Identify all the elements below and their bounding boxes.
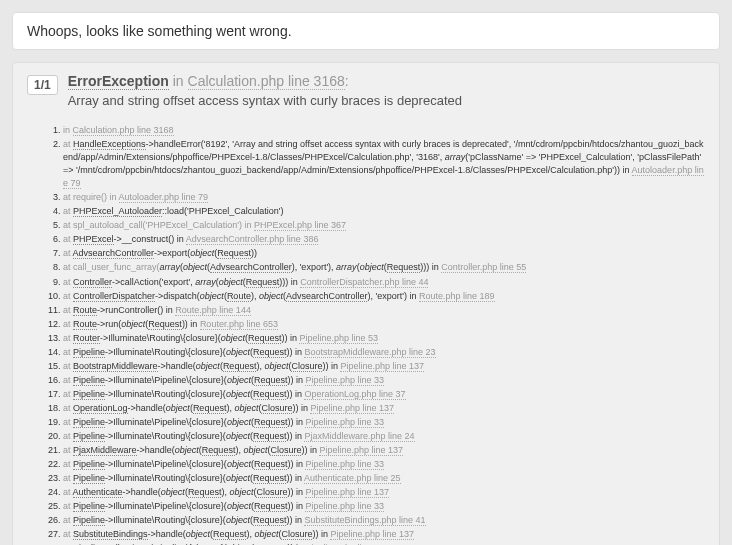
trace-frame: at Router->Illuminate\Routing\{closure}(… <box>63 332 705 345</box>
trace-file[interactable]: Pipeline.php line 33 <box>305 459 384 470</box>
trace-symbol[interactable]: Closure <box>256 487 287 498</box>
trace-file[interactable]: Pipeline.php line 137 <box>330 529 414 540</box>
trace-symbol[interactable]: Authenticate <box>73 487 123 498</box>
trace-symbol[interactable]: Closure <box>281 529 312 540</box>
trace-symbol[interactable]: OperationLog <box>73 403 128 414</box>
trace-symbol[interactable]: Request <box>253 515 287 526</box>
trace-file[interactable]: OperationLog.php line 37 <box>304 389 405 400</box>
trace-frame: at Pipeline->Illuminate\Routing\{closure… <box>63 346 705 359</box>
trace-frame: at Pipeline->Illuminate\Routing\{closure… <box>63 388 705 401</box>
trace-symbol[interactable]: Pipeline <box>73 347 105 358</box>
trace-frame: at Authenticate->handle(object(Request),… <box>63 486 705 499</box>
trace-symbol[interactable]: AdvsearchController <box>286 291 368 302</box>
trace-symbol[interactable]: PjaxMiddleware <box>73 445 137 456</box>
trace-file[interactable]: Route.php line 144 <box>175 305 251 316</box>
trace-symbol[interactable]: PHPExcel <box>73 234 114 245</box>
trace-file[interactable]: AdvsearchController.php line 386 <box>186 234 319 245</box>
trace-symbol[interactable]: Closure <box>291 361 322 372</box>
trace-file[interactable]: ControllerDispatcher.php line 44 <box>300 277 428 288</box>
trace-file[interactable]: Pipeline.php line 33 <box>305 501 384 512</box>
trace-symbol[interactable]: ControllerDispatcher <box>73 291 155 302</box>
error-title: ErrorException in Calculation.php line 3… <box>68 73 705 89</box>
trace-file[interactable]: Router.php line 653 <box>200 319 278 330</box>
trace-symbol[interactable]: Request <box>387 262 421 273</box>
trace-symbol[interactable]: Request <box>254 417 288 428</box>
trace-symbol[interactable]: Request <box>254 375 288 386</box>
trace-file[interactable]: Pipeline.php line 137 <box>340 361 424 372</box>
trace-symbol[interactable]: Request <box>202 445 236 456</box>
trace-symbol[interactable]: Route <box>73 305 97 316</box>
trace-symbol[interactable]: Request <box>254 459 288 470</box>
trace-symbol[interactable]: BootstrapMiddleware <box>73 361 158 372</box>
trace-symbol[interactable]: Route <box>227 291 251 302</box>
top-panel: Whoops, looks like something went wrong. <box>12 12 720 50</box>
trace-frame: at call_user_func_array(array(object(Adv… <box>63 261 705 274</box>
trace-symbol[interactable]: Closure <box>261 403 292 414</box>
error-block: 1/1 ErrorException in Calculation.php li… <box>12 62 720 545</box>
trace-file[interactable]: PHPExcel.php line 367 <box>254 220 346 231</box>
trace-symbol[interactable]: Request <box>188 487 222 498</box>
trace-symbol[interactable]: Closure <box>270 445 301 456</box>
trace-symbol[interactable]: Request <box>217 248 251 259</box>
trace-symbol[interactable]: Controller <box>73 277 112 288</box>
trace-frame: at Pipeline->Illuminate\Routing\{closure… <box>63 472 705 485</box>
trace-file[interactable]: Pipeline.php line 33 <box>305 375 384 386</box>
trace-symbol[interactable]: Request <box>223 361 257 372</box>
top-message: Whoops, looks like something went wrong. <box>27 23 292 39</box>
trace-symbol[interactable]: Pipeline <box>73 515 105 526</box>
trace-file[interactable]: BootstrapMiddleware.php line 23 <box>304 347 435 358</box>
trace-file[interactable]: Controller.php line 55 <box>441 262 526 273</box>
trace-symbol[interactable]: Request <box>253 431 287 442</box>
error-header: 1/1 ErrorException in Calculation.php li… <box>27 73 705 114</box>
trace-symbol[interactable]: Pipeline <box>73 459 105 470</box>
trace-file[interactable]: Calculation.php line 3168 <box>73 125 174 136</box>
trace-frame: in Calculation.php line 3168 <box>63 124 705 137</box>
stack-trace: in Calculation.php line 3168at HandleExc… <box>41 124 705 545</box>
trace-frame: at AdvsearchController->export(object(Re… <box>63 247 705 260</box>
trace-file[interactable]: Authenticate.php line 25 <box>304 473 401 484</box>
trace-symbol[interactable]: Pipeline <box>73 389 105 400</box>
trace-symbol[interactable]: Request <box>213 529 247 540</box>
trace-symbol[interactable]: Pipeline <box>73 375 105 386</box>
trace-frame: at Pipeline->Illuminate\Pipeline\{closur… <box>63 374 705 387</box>
trace-symbol[interactable]: Request <box>254 501 288 512</box>
trace-symbol[interactable]: Request <box>253 473 287 484</box>
trace-symbol[interactable]: Request <box>148 319 182 330</box>
trace-frame: at spl_autoload_call('PHPExcel_Calculati… <box>63 219 705 232</box>
trace-symbol[interactable]: Request <box>248 333 282 344</box>
exception-file[interactable]: Calculation.php line 3168 <box>188 73 345 90</box>
trace-file[interactable]: Pipeline.php line 53 <box>299 333 378 344</box>
trace-symbol[interactable]: SubstituteBindings <box>73 529 148 540</box>
trace-file[interactable]: Pipeline.php line 137 <box>310 403 394 414</box>
trace-frame: at Pipeline->Illuminate\Pipeline\{closur… <box>63 416 705 429</box>
trace-frame: at HandleExceptions->handleError('8192',… <box>63 138 705 190</box>
trace-symbol[interactable]: Request <box>193 403 227 414</box>
trace-symbol[interactable]: AdvsearchController <box>73 248 155 259</box>
error-message: Array and string offset access syntax wi… <box>68 93 705 108</box>
trace-symbol[interactable]: Pipeline <box>73 473 105 484</box>
trace-symbol[interactable]: PHPExcel_Autoloader <box>73 206 162 217</box>
trace-frame: at Route->run(object(Request)) in Router… <box>63 318 705 331</box>
trace-frame: at PHPExcel_Autoloader::load('PHPExcel_C… <box>63 205 705 218</box>
trace-file[interactable]: Pipeline.php line 137 <box>305 487 389 498</box>
trace-file[interactable]: SubstituteBindings.php line 41 <box>304 515 425 526</box>
trace-symbol[interactable]: Router <box>73 333 100 344</box>
trace-symbol[interactable]: Pipeline <box>73 417 105 428</box>
trace-frame: at ControllerDispatcher->dispatch(object… <box>63 290 705 303</box>
trace-symbol[interactable]: Request <box>253 347 287 358</box>
trace-file[interactable]: Route.php line 189 <box>419 291 495 302</box>
trace-file[interactable]: PjaxMiddleware.php line 24 <box>304 431 414 442</box>
trace-symbol[interactable]: Route <box>73 319 97 330</box>
trace-symbol[interactable]: Pipeline <box>73 501 105 512</box>
trace-frame: at require() in Autoloader.php line 79 <box>63 191 705 204</box>
trace-file[interactable]: Pipeline.php line 33 <box>305 417 384 428</box>
trace-symbol[interactable]: Request <box>253 389 287 400</box>
trace-file[interactable]: Autoloader.php line 79 <box>119 192 209 203</box>
exception-class[interactable]: ErrorException <box>68 73 169 90</box>
trace-symbol[interactable]: Pipeline <box>73 431 105 442</box>
trace-file[interactable]: Pipeline.php line 137 <box>319 445 403 456</box>
trace-symbol[interactable]: HandleExceptions <box>73 139 146 150</box>
trace-frame: at Pipeline->Illuminate\Routing\{closure… <box>63 430 705 443</box>
trace-symbol[interactable]: Request <box>246 277 280 288</box>
trace-symbol[interactable]: AdvsearchController <box>210 262 292 273</box>
